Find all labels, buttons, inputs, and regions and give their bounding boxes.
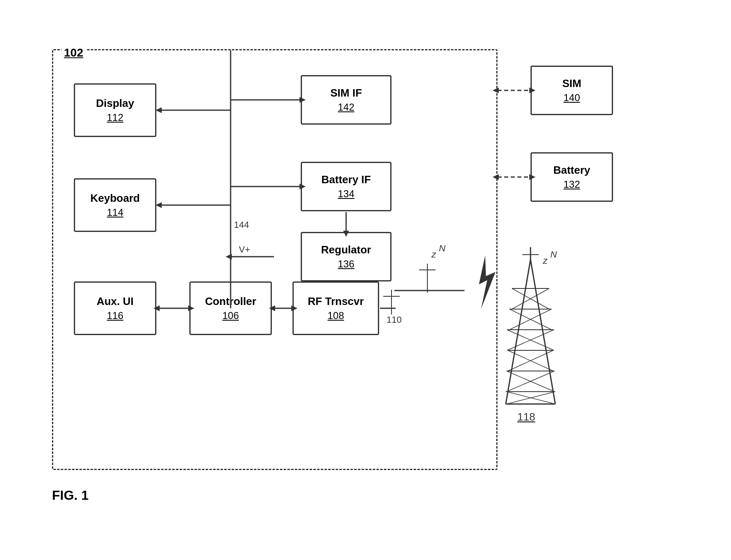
sim-id: 140 [564, 92, 580, 104]
battery-id: 132 [564, 179, 580, 190]
controller-title: Controller [205, 295, 256, 309]
sim-if-title: SIM IF [330, 86, 362, 100]
battery-block: Battery 132 [531, 152, 613, 202]
svg-text:110: 110 [387, 314, 402, 325]
svg-line-38 [531, 260, 555, 404]
battery-if-block: Battery IF 134 [301, 162, 391, 211]
keyboard-title: Keyboard [90, 191, 140, 206]
display-title: Display [96, 97, 134, 111]
svg-marker-7 [156, 107, 162, 113]
keyboard-block: Keyboard 114 [74, 178, 156, 232]
battery-if-id: 134 [338, 188, 354, 200]
regulator-id: 136 [338, 258, 354, 270]
controller-id: 106 [222, 310, 239, 321]
aux-ui-block: Aux. UI 116 [74, 281, 156, 335]
fig-label: FIG. 1 [52, 488, 89, 503]
aux-ui-title: Aux. UI [97, 295, 134, 309]
rf-trnscvr-id: 108 [328, 310, 344, 321]
controller-block: Controller 106 [189, 281, 272, 335]
svg-text:144: 144 [234, 220, 249, 230]
svg-marker-36 [479, 255, 495, 309]
rf-trnscvr-block: RF Trnscvr 108 [292, 281, 379, 335]
svg-marker-9 [156, 202, 162, 208]
aux-ui-id: 116 [107, 310, 123, 321]
svg-marker-19 [226, 254, 232, 260]
display-block: Display 112 [74, 83, 156, 137]
sim-title: SIM [562, 77, 581, 91]
svg-text:V+: V+ [239, 244, 250, 255]
tower-svg: z N 118 [473, 247, 588, 429]
regulator-title: Regulator [321, 243, 371, 257]
battery-title: Battery [553, 163, 590, 177]
keyboard-id: 114 [107, 207, 123, 218]
sim-block: SIM 140 [531, 66, 613, 115]
display-id: 112 [107, 112, 123, 123]
main-device-box: 102 Display 112 Keyboard 114 Aux. UI 116… [52, 49, 498, 470]
sim-if-block: SIM IF 142 [301, 75, 391, 125]
svg-line-37 [506, 260, 531, 404]
sim-if-id: 142 [338, 102, 354, 113]
regulator-block: Regulator 136 [301, 232, 391, 281]
svg-text:N: N [550, 249, 557, 260]
svg-text:z: z [542, 255, 548, 266]
rf-trnscvr-title: RF Trnscvr [308, 295, 364, 309]
main-box-id: 102 [61, 46, 86, 59]
battery-if-title: Battery IF [321, 173, 371, 187]
svg-text:118: 118 [517, 411, 535, 423]
